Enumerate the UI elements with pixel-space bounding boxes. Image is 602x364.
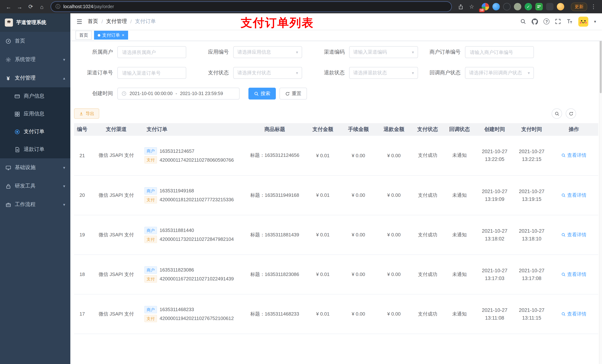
sidebar-item-label: 商户信息 (24, 93, 44, 100)
sidebar-item-label: 系统管理 (15, 56, 35, 63)
screen: ← → ⟳ ⌂ ⓘ localhost:1024/pay/order ☆ 10 … (0, 0, 602, 364)
sidebar-item-pay-order[interactable]: 支付订单 (0, 123, 70, 141)
view-detail-link[interactable]: 查看详情 (561, 311, 586, 317)
sidebar: 芋道管理系统 首页 系统管理 ▾ ¥ 支付管理 ▴ (0, 13, 70, 364)
url-host: localhost:1024 (63, 4, 93, 9)
sidebar-item-app-info[interactable]: 应用信息 (0, 105, 70, 123)
search-icon[interactable] (520, 19, 526, 24)
extension-dark-icon[interactable] (503, 3, 511, 10)
monitor-icon (5, 165, 11, 171)
extension-chat-icon[interactable] (535, 3, 543, 10)
close-tab-icon[interactable]: × (122, 33, 124, 37)
extension-face-icon[interactable] (557, 3, 564, 10)
github-icon[interactable] (532, 18, 538, 25)
pay-tag: 支付 (144, 196, 157, 203)
browser-menu-icon[interactable]: ⋮ (589, 2, 598, 11)
home-icon[interactable]: ⌂ (37, 2, 47, 11)
extension-gray-icon[interactable] (514, 3, 521, 10)
reload-icon[interactable]: ⟳ (26, 2, 35, 11)
breadcrumb-home[interactable]: 首页 (88, 18, 98, 25)
address-bar[interactable]: ⓘ localhost:1024/pay/order (51, 2, 451, 11)
cell-action: 查看详情 (549, 254, 598, 294)
pay-status-select[interactable]: 请选择支付状态 ▾ (233, 67, 302, 79)
bookmark-star-icon[interactable]: ☆ (467, 2, 476, 11)
sidebar-item-workflow[interactable]: 工作流程 ▾ (0, 195, 70, 214)
app-id-select[interactable]: 请选择应用信息 ▾ (233, 46, 302, 58)
merchant-order-no: 1635312124657 (160, 148, 194, 154)
select-placeholder: 请输入渠道编码 (353, 49, 387, 55)
merchant-input[interactable] (121, 49, 182, 55)
date-range-separator: - (175, 91, 177, 96)
reset-button[interactable]: 重置 (280, 88, 307, 100)
view-detail-link[interactable]: 查看详情 (561, 192, 586, 198)
tab-home[interactable]: 首页 (75, 31, 92, 40)
avatar[interactable] (579, 16, 589, 26)
refresh-table-button[interactable] (566, 108, 576, 119)
font-size-icon[interactable] (567, 19, 573, 24)
notify-status-select[interactable]: 请选择订单回调商户状态 ▾ (465, 67, 534, 79)
refund-status-select[interactable]: 请选择退款状态 ▾ (349, 67, 418, 79)
cell-channel: 微信 JSAPI 支付 (90, 254, 142, 294)
help-icon[interactable]: ? (544, 19, 550, 24)
browser-update-button[interactable]: 更新 (571, 2, 587, 11)
cell-amount: ¥ 0.01 (305, 215, 341, 254)
cell-action: 查看详情 (549, 175, 598, 215)
extensions-bar: 10 ✓ (482, 3, 564, 10)
channel-order-no-input[interactable] (121, 70, 182, 76)
extension-colorful-icon[interactable]: 10 (482, 3, 489, 10)
sidebar-toggle-icon[interactable] (76, 18, 83, 25)
sidebar-item-devtools[interactable]: 研发工具 ▾ (0, 177, 70, 195)
search-button-label: 搜索 (261, 90, 270, 97)
sidebar-item-home[interactable]: 首页 (0, 32, 70, 50)
merchant-order-no: 1635311823086 (160, 267, 194, 273)
search-icon (561, 312, 566, 316)
merchant-order-no-input-wrap[interactable] (465, 46, 534, 58)
channel-code-select[interactable]: 请输入渠道编码 ▾ (349, 46, 418, 58)
col-id: 编号 (74, 123, 90, 136)
app-logo[interactable]: 芋道管理系统 (0, 13, 70, 32)
filter-label: 支付状态 (190, 70, 233, 76)
tab-pay-order[interactable]: 支付订单 × (94, 31, 128, 40)
cell-action: 查看详情 (549, 136, 598, 175)
sidebar-item-payment[interactable]: ¥ 支付管理 ▴ (0, 69, 70, 87)
pay-tag: 支付 (144, 275, 157, 282)
search-button[interactable]: 搜索 (248, 88, 276, 100)
channel-order-no-input-wrap[interactable] (117, 67, 186, 79)
site-info-icon[interactable]: ⓘ (55, 3, 60, 10)
cell-id (74, 334, 90, 350)
breadcrumb-payment[interactable]: 支付管理 (106, 18, 127, 25)
extension-check-icon[interactable]: ✓ (525, 3, 532, 10)
cell-refund: ¥ 0.00 (376, 136, 412, 175)
cell-channel: 微信 JSAPI 支付 (90, 215, 142, 254)
cell-notify: 未通知 (443, 136, 475, 175)
view-detail-link[interactable]: 查看详情 (561, 231, 586, 238)
export-button[interactable]: 导出 (74, 108, 99, 119)
avatar-caret-icon[interactable]: ▾ (594, 19, 596, 24)
reset-button-label: 重置 (292, 90, 301, 97)
cell-notify: 未通知 (443, 294, 475, 334)
sidebar-item-refund-order[interactable]: 退款订单 (0, 141, 70, 158)
sidebar-item-merchant-info[interactable]: 商户信息 (0, 87, 70, 105)
extension-pin-icon[interactable] (546, 3, 553, 10)
chevron-down-icon: ▾ (63, 165, 65, 170)
extension-blue-icon[interactable] (492, 3, 500, 10)
sidebar-item-system[interactable]: 系统管理 ▾ (0, 50, 70, 69)
forward-icon[interactable]: → (15, 2, 24, 11)
create-time-range-picker[interactable]: 2021-10-01 00:00:00 - 2021-10-31 23:59:5… (117, 88, 239, 100)
page-scrollbar[interactable] (599, 30, 602, 364)
fullscreen-icon[interactable] (555, 19, 561, 24)
back-icon[interactable]: ← (4, 2, 13, 11)
cell-fee: ¥ 0.00 (341, 175, 376, 215)
merchant-select[interactable] (117, 46, 186, 58)
sidebar-item-infra[interactable]: 基础设施 ▾ (0, 158, 70, 177)
view-detail-link[interactable]: 查看详情 (561, 152, 586, 159)
col-status: 支付状态 (412, 123, 443, 136)
search-toggle-button[interactable] (552, 108, 562, 119)
merchant-order-no-input[interactable] (469, 49, 530, 55)
cell-create-time: 2021-10-2713:19:09 (475, 175, 514, 215)
pay-tag: 支付 (144, 235, 157, 243)
view-detail-link[interactable]: 查看详情 (561, 271, 586, 278)
table-row: 21 微信 JSAPI 支付 商户1635312124657 支付4200001… (74, 136, 598, 175)
col-amount: 支付金额 (305, 123, 341, 136)
share-icon[interactable] (456, 2, 465, 11)
